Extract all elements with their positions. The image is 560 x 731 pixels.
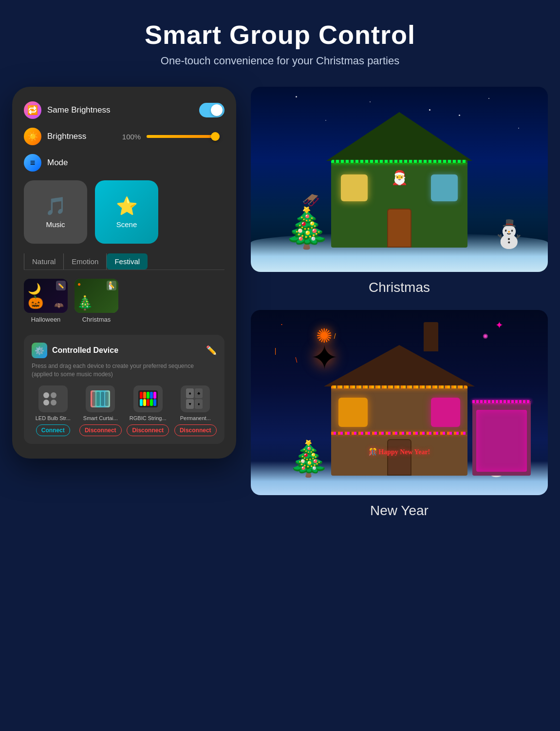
same-brightness-label: Same Brightness xyxy=(47,105,199,115)
scene-icon: ⭐ xyxy=(116,196,138,216)
rgbic-name: RGBIC String... xyxy=(130,415,167,422)
christmas-edit-icon[interactable]: ✏️ xyxy=(107,281,116,290)
scene-button[interactable]: ⭐ Scene xyxy=(95,180,158,244)
controlled-device-icon: ⚙️ xyxy=(32,343,47,358)
rgbic-icon-box xyxy=(133,385,163,412)
halloween-edit-icon[interactable]: ✏️ xyxy=(56,281,66,290)
page-title: Smart Group Control xyxy=(145,19,415,50)
christmas-scene-label: Christmas xyxy=(82,316,111,323)
page-subtitle: One-touch convenience for your Christmas… xyxy=(145,55,415,67)
brightness-value: 100% xyxy=(122,133,141,141)
page-header: Smart Group Control One-touch convenienc… xyxy=(145,19,415,67)
scene-tab-bar: Natural Emotion Festival xyxy=(24,253,224,270)
controlled-edit-button[interactable]: ✏️ xyxy=(206,345,217,356)
brightness-row: ☀️ Brightness 100% xyxy=(24,128,224,145)
halloween-thumb: 🌙 🎃 🦇 ✏️ xyxy=(24,279,68,313)
halloween-scene-item[interactable]: 🌙 🎃 🦇 ✏️ Halloween xyxy=(24,279,68,323)
led-bulb-connect-btn[interactable]: Connect xyxy=(36,424,70,436)
controlled-header: ⚙️ Controlled Device ✏️ xyxy=(32,343,217,358)
music-button[interactable]: 🎵 Music xyxy=(24,180,87,244)
christmas-scene-image: ❄ * ❄ * · ❄ * · ❄ * xyxy=(251,87,548,272)
device-rgbic-string: RGBIC String... Disconnect xyxy=(127,385,169,436)
smart-curtain-name: Smart Curtai... xyxy=(83,415,118,422)
device-grid: LED Bulb Str... Connect Smart Curtai... … xyxy=(32,385,217,436)
new-year-card: ✦ ✺ · | / \ ✦ ✺ xyxy=(251,310,548,519)
permanent-name: Permanent... xyxy=(180,415,211,422)
halloween-label: Halloween xyxy=(31,316,61,323)
scene-label: Scene xyxy=(116,220,137,229)
mode-row: ≡ Mode xyxy=(24,154,224,172)
christmas-scene-item[interactable]: 🎄 🕯️ ● ✏️ Christmas xyxy=(75,279,118,323)
controlled-device-section: ⚙️ Controlled Device ✏️ Press and drag e… xyxy=(24,335,224,444)
main-layout: 🔁 Same Brightness ☀️ Brightness 100% ≡ M… xyxy=(12,87,548,519)
brightness-slider[interactable] xyxy=(147,135,219,138)
brightness-label: Brightness xyxy=(47,132,119,141)
smart-curtain-disconnect-btn[interactable]: Disconnect xyxy=(79,424,122,436)
led-bulb-name: LED Bulb Str... xyxy=(36,415,71,422)
music-icon: 🎵 xyxy=(45,196,67,216)
christmas-thumb: 🎄 🕯️ ● ✏️ xyxy=(75,279,118,313)
same-brightness-row: 🔁 Same Brightness xyxy=(24,101,224,119)
tab-emotion[interactable]: Emotion xyxy=(64,253,107,269)
mode-label: Mode xyxy=(47,158,224,168)
festival-scenes: 🌙 🎃 🦇 ✏️ Halloween 🎄 🕯️ ● ✏️ xyxy=(24,279,224,323)
device-permanent: ♠ ♣ ♥ ♦ Permanent... Disconnect xyxy=(174,385,217,436)
christmas-card-label: Christmas xyxy=(369,280,430,295)
led-bulb-icon-box xyxy=(38,385,68,412)
permanent-icon-box: ♠ ♣ ♥ ♦ xyxy=(181,385,210,412)
house-structure: 🎅 🎄 ⛄ xyxy=(331,160,467,248)
device-smart-curtain: Smart Curtai... Disconnect xyxy=(79,385,122,436)
scenes-panel: ❄ * ❄ * · ❄ * · ❄ * xyxy=(251,87,548,519)
mode-buttons: 🎵 Music ⭐ Scene xyxy=(24,180,224,244)
christmas-card: ❄ * ❄ * · ❄ * · ❄ * xyxy=(251,87,548,295)
new-year-scene-image: ✦ ✺ · | / \ ✦ ✺ xyxy=(251,310,548,495)
tab-natural[interactable]: Natural xyxy=(24,253,64,269)
rgbic-disconnect-btn[interactable]: Disconnect xyxy=(127,424,169,436)
christmas-house-scene: 🎅 🎄 ⛄ xyxy=(251,87,548,272)
brightness-icon: ☀️ xyxy=(24,128,41,145)
mode-icon: ≡ xyxy=(24,154,41,172)
permanent-disconnect-btn[interactable]: Disconnect xyxy=(174,424,217,436)
ny-house-scene: 🎄 ⛄ 🎊 Happy New Year! xyxy=(331,385,467,476)
tab-festival[interactable]: Festival xyxy=(107,253,148,269)
controlled-title: Controlled Device xyxy=(52,346,206,355)
brightness-toggle[interactable] xyxy=(199,103,224,117)
sync-icon: 🔁 xyxy=(24,101,41,119)
controlled-description: Press and drag each device to create you… xyxy=(32,362,217,379)
phone-mockup: 🔁 Same Brightness ☀️ Brightness 100% ≡ M… xyxy=(12,87,236,459)
device-led-bulb: LED Bulb Str... Connect xyxy=(32,385,75,436)
new-year-card-label: New Year xyxy=(370,503,429,519)
smart-curtain-icon-box xyxy=(86,385,115,412)
music-label: Music xyxy=(46,220,65,229)
